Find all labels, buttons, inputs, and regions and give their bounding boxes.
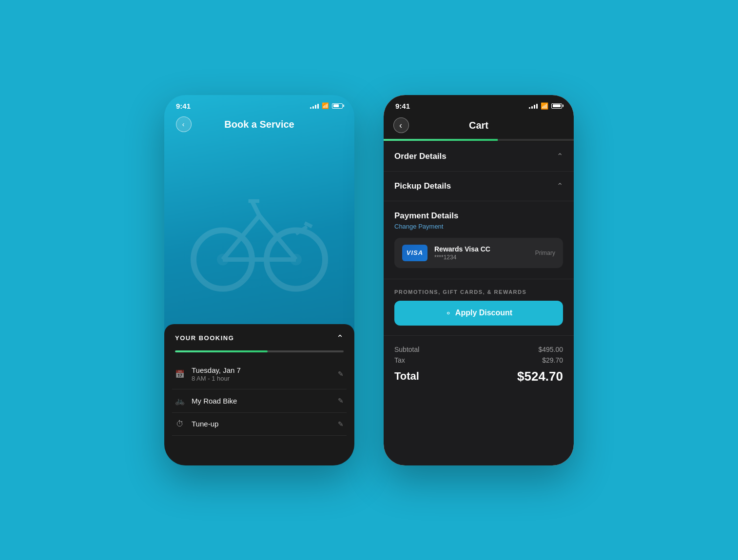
booking-title: YOUR BOOKING xyxy=(175,334,234,342)
promo-section: PROMOTIONS, GIFT CARDS, & REWARDS ⚬ Appl… xyxy=(384,279,574,336)
pickup-details-chevron-icon: ⌃ xyxy=(557,181,563,191)
edit-date-icon[interactable]: ✎ xyxy=(338,370,344,378)
bike-icon: 🚲 xyxy=(175,396,185,406)
pickup-details-section[interactable]: Pickup Details ⌃ xyxy=(384,172,574,201)
svg-point-10 xyxy=(290,253,302,265)
right-header: ‹ Cart xyxy=(384,114,574,139)
booking-header: YOUR BOOKING ⌃ xyxy=(164,324,354,350)
order-details-chevron-icon: ⌃ xyxy=(557,152,563,161)
left-back-button[interactable]: ‹ xyxy=(176,116,192,132)
booking-panel: YOUR BOOKING ⌃ 📅 Tuesday, Jan 7 8 AM - 1… xyxy=(164,324,354,465)
left-status-bar: 9:41 📶 xyxy=(164,95,354,114)
right-back-chevron-icon: ‹ xyxy=(399,120,402,131)
booking-progress xyxy=(164,350,354,352)
tuneup-icon: ⏱ xyxy=(175,420,185,428)
primary-badge: Primary xyxy=(535,250,555,256)
svg-point-9 xyxy=(217,253,229,265)
visa-card-icon: VISA xyxy=(402,245,427,261)
promo-label: PROMOTIONS, GIFT CARDS, & REWARDS xyxy=(394,289,563,295)
total-label: Total xyxy=(394,370,419,383)
subtotal-row: Subtotal $495.00 xyxy=(394,346,563,353)
tax-row: Tax $29.70 xyxy=(394,356,563,364)
right-page-title: Cart xyxy=(469,120,488,131)
right-status-icons: 📶 xyxy=(529,102,562,110)
right-time: 9:41 xyxy=(395,102,410,110)
change-payment-link[interactable]: Change Payment xyxy=(394,223,563,230)
right-signal-icon xyxy=(529,103,538,109)
totals-section: Subtotal $495.00 Tax $29.70 Total $524.7… xyxy=(384,336,574,394)
booking-bike-title: My Road Bike xyxy=(192,397,237,405)
apply-discount-button[interactable]: ⚬ Apply Discount xyxy=(394,301,563,326)
calendar-icon: 📅 xyxy=(175,369,185,379)
bike-overlay xyxy=(164,124,354,358)
order-details-label: Order Details xyxy=(394,152,447,161)
booking-service-title: Tune-up xyxy=(192,420,218,428)
right-wifi-icon: 📶 xyxy=(541,102,548,110)
payment-section: Payment Details Change Payment VISA Rewa… xyxy=(384,201,574,279)
tax-label: Tax xyxy=(394,356,405,364)
card-info: Rewards Visa CC ****1234 xyxy=(434,245,528,261)
left-signal-icon xyxy=(310,103,319,109)
phone-left: 9:41 📶 ‹ Book a Service xyxy=(164,95,354,465)
pickup-details-label: Pickup Details xyxy=(394,181,451,191)
svg-line-5 xyxy=(252,201,259,215)
card-number: ****1234 xyxy=(434,254,528,261)
booking-item-date: 📅 Tuesday, Jan 7 8 AM - 1 hour ✎ xyxy=(172,359,347,389)
card-row: VISA Rewards Visa CC ****1234 Primary xyxy=(394,238,563,268)
edit-bike-icon[interactable]: ✎ xyxy=(338,397,344,405)
left-back-chevron-icon: ‹ xyxy=(182,120,185,128)
booking-date-subtitle: 8 AM - 1 hour xyxy=(192,375,241,382)
booking-item-service: ⏱ Tune-up ✎ xyxy=(172,413,347,436)
right-battery-icon xyxy=(551,103,562,109)
phones-container: 9:41 📶 ‹ Book a Service xyxy=(164,95,574,465)
left-time: 9:41 xyxy=(176,102,191,110)
discount-btn-label: Apply Discount xyxy=(455,309,512,317)
payment-title: Payment Details xyxy=(394,211,563,221)
left-page-title: Book a Service xyxy=(224,119,294,130)
discount-icon: ⚬ xyxy=(445,309,451,318)
right-status-bar: 9:41 📶 xyxy=(384,95,574,114)
left-wifi-icon: 📶 xyxy=(322,102,329,109)
subtotal-label: Subtotal xyxy=(394,346,419,353)
booking-item-bike: 🚲 My Road Bike ✎ xyxy=(172,389,347,413)
booking-collapse-icon[interactable]: ⌃ xyxy=(336,333,344,344)
total-value: $524.70 xyxy=(517,369,563,384)
subtotal-value: $495.00 xyxy=(538,346,563,353)
right-back-button[interactable]: ‹ xyxy=(393,117,409,133)
right-content: Order Details ⌃ Pickup Details ⌃ Payment… xyxy=(384,142,574,465)
right-progress-fill xyxy=(384,139,498,141)
card-name: Rewards Visa CC xyxy=(434,245,528,253)
total-row: Total $524.70 xyxy=(394,369,563,384)
order-details-section[interactable]: Order Details ⌃ xyxy=(384,142,574,172)
left-header: ‹ Book a Service xyxy=(164,114,354,135)
booking-progress-fill xyxy=(175,350,268,352)
booking-date-title: Tuesday, Jan 7 xyxy=(192,366,241,374)
booking-items: 📅 Tuesday, Jan 7 8 AM - 1 hour ✎ 🚲 My Ro… xyxy=(164,359,354,436)
left-battery-icon xyxy=(332,103,343,109)
tax-value: $29.70 xyxy=(542,356,563,364)
left-status-icons: 📶 xyxy=(310,102,343,109)
edit-service-icon[interactable]: ✎ xyxy=(338,420,344,428)
phone-right: 9:41 📶 ‹ Cart xyxy=(384,95,574,465)
